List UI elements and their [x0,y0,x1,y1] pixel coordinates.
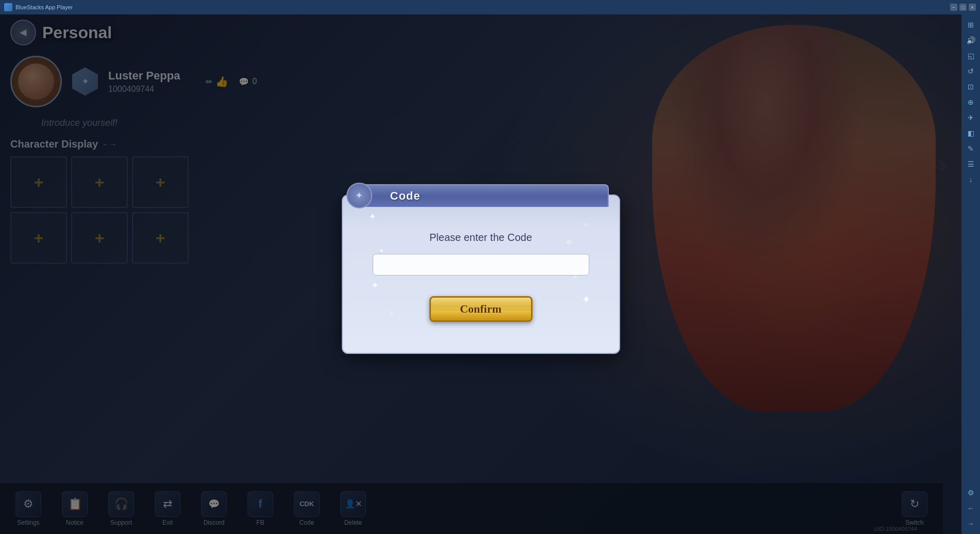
titlebar: BlueStacks App Player − □ × [0,0,980,14]
window-controls: − □ × [950,4,976,11]
close-button[interactable]: × [969,4,976,11]
modal-logo-icon: ✦ [346,183,372,208]
sidebar-flight-icon[interactable]: ✈ [965,111,977,124]
app-name: BlueStacks App Player [15,4,950,10]
code-input[interactable] [373,254,589,276]
sparkle-6: ✦ [582,293,591,306]
minimize-button[interactable]: − [950,4,957,11]
sidebar-volume-icon[interactable]: 🔊 [965,34,977,46]
sidebar-pen-icon[interactable]: ✎ [965,142,977,155]
sparkle-5: ✦ [371,280,379,291]
game-area: ◄ Personal ✦ Luster Peppa 1000409744 ✏ 👍… [0,14,961,534]
confirm-button[interactable]: Confirm [429,296,533,322]
code-modal: ✦ Code ✦ ✧ ✦ ✧ ✦ ✦ ✧ ✧ Please enter the … [342,195,620,354]
sparkle-1: ✦ [369,211,376,222]
sidebar-forward-icon[interactable]: → [965,517,977,530]
modal-body: ✦ ✧ ✦ ✧ ✦ ✦ ✧ ✧ Please enter the Code Co… [358,206,604,332]
sidebar-settings-icon[interactable]: ⚙ [965,487,977,499]
sidebar-menu-icon[interactable]: ☰ [965,158,977,170]
modal-header: ✦ Code [353,184,609,207]
sparkle-8: ✧ [389,310,394,317]
right-sidebar: ⊞ 🔊 ◱ ↺ ⊡ ⊕ ✈ ◧ ✎ ☰ ↓ ⚙ ← → [961,14,980,534]
sidebar-record-icon[interactable]: ⊕ [965,96,977,108]
sidebar-back-icon[interactable]: ← [965,502,977,514]
modal-overlay: ✦ Code ✦ ✧ ✦ ✧ ✦ ✦ ✧ ✧ Please enter the … [0,14,961,534]
sparkle-3: ✦ [379,247,384,254]
maximize-button[interactable]: □ [959,4,967,11]
sparkle-2: ✧ [583,221,588,229]
modal-prompt: Please enter the Code [429,232,532,244]
sparkle-4: ✧ [565,237,573,248]
sidebar-edit-icon[interactable]: ◧ [965,127,977,139]
sidebar-screenshot-icon[interactable]: ◱ [965,50,977,62]
modal-title: Code [390,189,421,203]
confirm-label: Confirm [460,302,502,316]
sidebar-layer-icon[interactable]: ⊡ [965,80,977,93]
sidebar-expand-icon[interactable]: ⊞ [965,19,977,31]
sidebar-rotate-icon[interactable]: ↺ [965,65,977,77]
app-logo [4,3,12,11]
sidebar-down-icon[interactable]: ↓ [965,173,977,186]
